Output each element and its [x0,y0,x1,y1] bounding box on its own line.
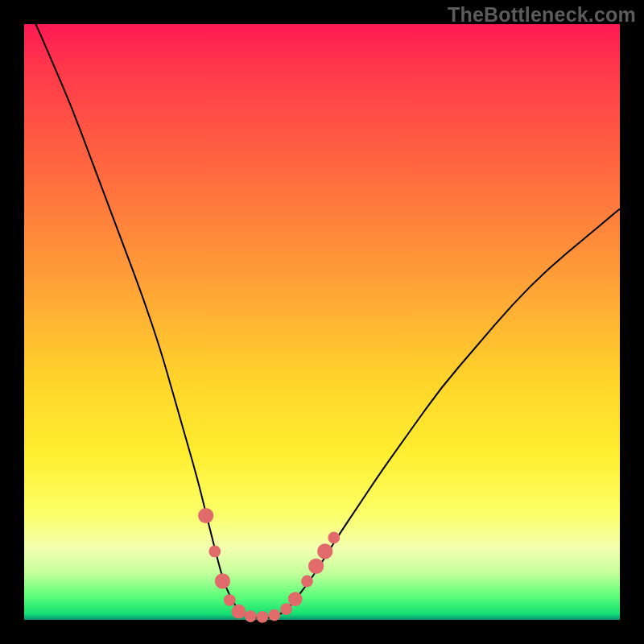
highlight-marker [280,603,292,615]
highlight-marker [301,576,313,588]
highlight-marker [308,559,324,574]
highlight-marker [268,609,280,621]
highlight-marker [245,610,257,622]
highlight-marker [198,508,213,523]
highlight-marker [257,611,269,623]
bottleneck-curve-svg [24,24,620,620]
bottleneck-curve-path [24,0,620,618]
highlight-marker [224,594,236,606]
chart-plot-area [24,24,620,620]
highlight-marker [215,573,230,588]
highlight-marker [208,546,221,558]
highlight-marker [288,592,303,606]
watermark-text: TheBottleneck.com [448,3,636,27]
highlight-marker [317,543,332,559]
highlight-marker [328,531,340,543]
highlight-marker [232,605,246,619]
